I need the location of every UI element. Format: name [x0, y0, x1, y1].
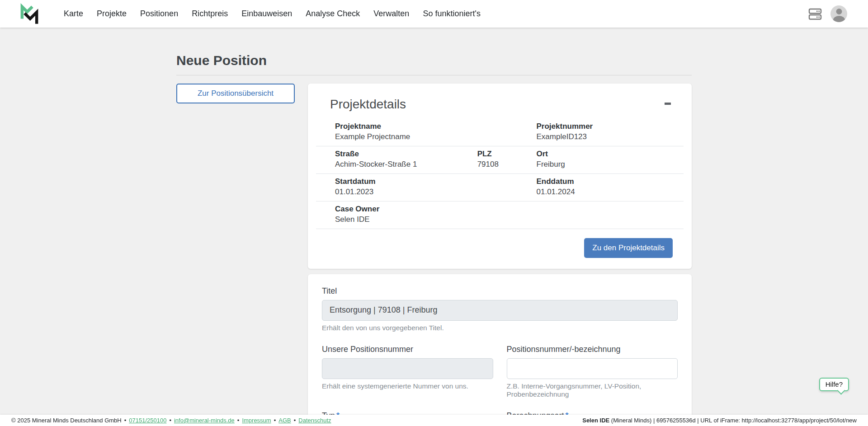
session-info: Selen IDE (Mineral Minds) | 69576255536d… [582, 417, 857, 424]
avatar-person-icon [836, 9, 842, 14]
titel-label: Titel [322, 286, 678, 296]
top-navbar: Karte Projekte Positionen Richtpreis Ein… [0, 0, 868, 28]
server-icon [808, 7, 822, 21]
brand-logo[interactable] [20, 3, 39, 25]
startdatum-value: 01.01.2023 [335, 187, 439, 197]
table-row: Projektname Example Projectname Projektn… [316, 119, 684, 146]
footer-datenschutz-link[interactable]: Datenschutz [298, 417, 331, 424]
our-position-number-help-text: Erhält eine systemgenerierte Nummer von … [322, 382, 493, 390]
mineral-minds-logo-icon [20, 3, 39, 25]
nav-item-richtpreis[interactable]: Richtpreis [185, 0, 235, 28]
nav-item-karte[interactable]: Karte [57, 0, 90, 28]
table-row: Startdatum 01.01.2023 Enddatum 01.01.202… [316, 174, 684, 201]
copyright-text: © 2025 Mineral Minds Deutschland GmbH [11, 417, 122, 424]
table-row: Case Owner Selen IDE [316, 201, 684, 229]
go-to-project-details-button[interactable]: Zu den Projektdetails [584, 238, 673, 258]
main-area: Neue Position Zur Positionsübersicht Pro… [0, 0, 868, 426]
projektnummer-label: Projektnummer [537, 122, 665, 132]
our-position-number-input [322, 358, 493, 379]
plz-value: 79108 [477, 159, 499, 170]
table-row: Straße Achim-Stocker-Straße 1 PLZ 79108 … [316, 146, 684, 174]
position-number-input[interactable] [507, 358, 678, 379]
case-owner-value: Selen IDE [335, 215, 439, 225]
user-avatar[interactable] [830, 5, 847, 22]
minus-icon [665, 103, 671, 105]
back-to-positions-button[interactable]: Zur Positionsübersicht [176, 84, 295, 103]
server-button[interactable] [808, 7, 822, 21]
nav-item-so-funktionierts[interactable]: So funktioniert's [416, 0, 487, 28]
project-details-table: Projektname Example Projectname Projektn… [316, 119, 684, 229]
strasse-label: Straße [335, 149, 439, 159]
main-nav: Karte Projekte Positionen Richtpreis Ein… [57, 0, 487, 28]
title-divider [176, 75, 692, 75]
footer: © 2025 Mineral Minds Deutschland GmbH • … [0, 415, 868, 426]
nav-item-einbauweisen[interactable]: Einbauweisen [235, 0, 299, 28]
nav-item-analyse-check[interactable]: Analyse Check [299, 0, 367, 28]
project-details-card: Projektdetails Projektname Example Proje… [308, 84, 692, 269]
new-position-form-card: Titel Erhält den von uns vorgegebenen Ti… [308, 274, 692, 426]
collapse-card-button[interactable] [663, 99, 673, 108]
titel-help-text: Erhält den von uns vorgegebenen Titel. [322, 324, 678, 332]
ort-value: Freiburg [537, 159, 665, 170]
projektname-value: Example Projectname [335, 132, 439, 142]
nav-item-verwalten[interactable]: Verwalten [367, 0, 416, 28]
projektnummer-value: ExampleID123 [537, 132, 665, 142]
enddatum-value: 01.01.2024 [537, 187, 665, 197]
plz-label: PLZ [477, 149, 499, 159]
position-number-label: Positionsnummer/-bezeichnung [507, 345, 678, 354]
ort-label: Ort [537, 149, 665, 159]
our-position-number-label: Unsere Positionsnummer [322, 345, 493, 354]
footer-impressum-link[interactable]: Impressum [242, 417, 271, 424]
page-title: Neue Position [176, 53, 692, 68]
enddatum-label: Enddatum [537, 177, 665, 187]
nav-item-positionen[interactable]: Positionen [133, 0, 185, 28]
case-owner-label: Case Owner [335, 204, 439, 215]
strasse-value: Achim-Stocker-Straße 1 [335, 159, 439, 170]
project-card-title: Projektdetails [330, 97, 406, 112]
position-number-help-text: Z.B. Interne-Vorgangsnummer, LV-Position… [507, 382, 678, 398]
footer-agb-link[interactable]: AGB [278, 417, 291, 424]
session-details: (Mineral Minds) | 69576255536d | URL of … [609, 417, 857, 424]
projektname-label: Projektname [335, 122, 439, 132]
footer-email-link[interactable]: info@mineral-minds.de [174, 417, 235, 424]
titel-input [322, 300, 678, 321]
session-user-name: Selen IDE [582, 417, 609, 424]
footer-phone-link[interactable]: 07151/250100 [129, 417, 166, 424]
startdatum-label: Startdatum [335, 177, 439, 187]
help-button[interactable]: Hilfe? [819, 378, 849, 391]
nav-item-projekte[interactable]: Projekte [90, 0, 133, 28]
